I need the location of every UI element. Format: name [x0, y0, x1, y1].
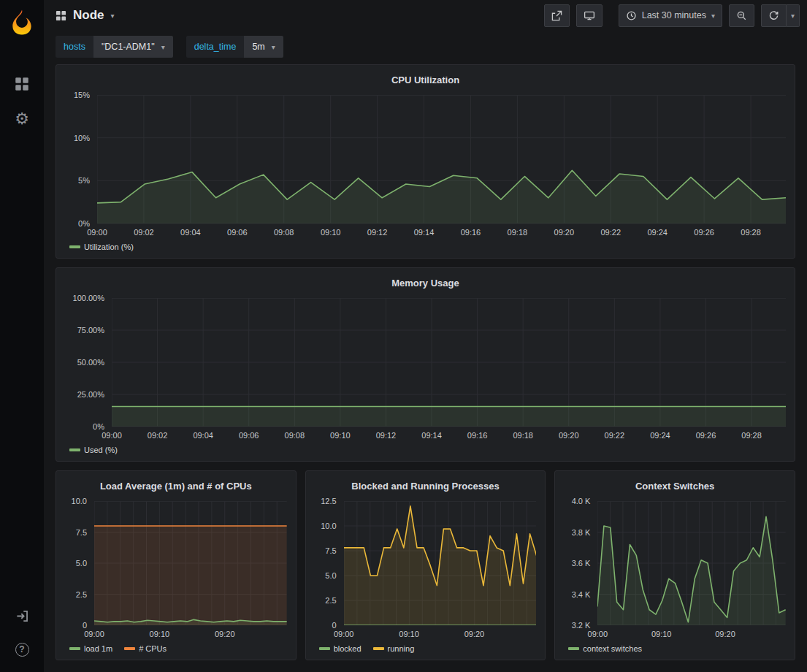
legend-item[interactable]: # CPUs — [124, 644, 167, 653]
panel-title-cpu[interactable]: CPU Utilization — [65, 70, 786, 91]
x-tick-label: 09:02 — [134, 228, 154, 237]
y-tick-label: 0 — [332, 621, 337, 630]
x-tick-label: 09:08 — [274, 228, 294, 237]
x-tick-label: 09:20 — [554, 228, 575, 237]
legend-item[interactable]: Utilization (%) — [69, 243, 134, 251]
legend-swatch — [124, 647, 135, 650]
x-tick-label: 09:12 — [376, 431, 397, 440]
x-tick-label: 09:10 — [399, 630, 419, 638]
legend-item[interactable]: blocked — [319, 644, 362, 653]
y-tick-label: 10.0 — [72, 497, 87, 505]
plot-area[interactable] — [344, 501, 537, 625]
sidebar-item-help[interactable]: ? — [0, 634, 44, 665]
x-tick-label: 09:14 — [421, 431, 442, 440]
share-button[interactable] — [544, 4, 570, 27]
help-icon: ? — [15, 643, 29, 657]
legend-label: Utilization (%) — [84, 243, 134, 251]
time-range-caret-icon: ▾ — [711, 12, 715, 20]
sidebar-item-configuration[interactable]: ⚙ — [0, 104, 44, 134]
x-tick-label: 09:00 — [588, 630, 608, 638]
chart-load-average: 02.55.07.510.0 09:0009:1009:20 load 1m# … — [65, 501, 287, 653]
y-tick-label: 4.0 K — [572, 497, 591, 505]
dashboard-caret-icon[interactable]: ▾ — [111, 12, 115, 20]
x-tick-label: 09:10 — [330, 431, 351, 440]
legend-swatch — [69, 245, 80, 248]
sidebar: ⚙ ? — [0, 0, 44, 672]
y-tick-label: 10.0 — [321, 522, 336, 530]
dashboards-grid-icon — [15, 77, 29, 91]
y-tick-label: 3.8 K — [572, 528, 591, 537]
sidebar-item-dashboards[interactable] — [0, 69, 44, 99]
gear-icon: ⚙ — [15, 111, 29, 127]
variable-delta-time-value[interactable]: 5m ▾ — [244, 36, 283, 58]
panel-load-average: Load Average (1m) and # of CPUs 02.55.07… — [56, 470, 297, 660]
x-tick-label: 09:14 — [414, 228, 435, 237]
sidebar-item-signin[interactable] — [0, 600, 44, 631]
refresh-caret-icon: ▾ — [791, 12, 795, 20]
x-tick-label: 09:20 — [215, 630, 235, 638]
variable-hosts-label: hosts — [56, 36, 93, 58]
dashboard-title[interactable]: Node — [73, 8, 104, 23]
x-tick-label: 09:04 — [193, 431, 213, 440]
template-variables: hosts "DC1-ADM1" ▾ delta_time 5m ▾ — [44, 31, 807, 64]
y-tick-label: 3.2 K — [572, 621, 591, 630]
plot-area[interactable] — [94, 501, 287, 625]
chart-memory-usage: 0%25.00%50.00%75.00%100.00% 09:0009:0209… — [65, 298, 786, 454]
plot-area[interactable] — [97, 95, 786, 224]
tv-mode-button[interactable] — [576, 4, 603, 27]
dashboard-title-group[interactable]: Node ▾ — [56, 8, 115, 23]
x-tick-label: 09:00 — [87, 228, 107, 237]
legend-label: running — [388, 644, 415, 653]
legend-swatch — [69, 647, 80, 650]
legend-item[interactable]: running — [373, 644, 415, 653]
chart-blocked-running: 02.55.07.510.012.5 09:0009:1009:20 block… — [315, 501, 537, 653]
sidebar-menu: ⚙ — [0, 69, 44, 134]
plot-area[interactable] — [112, 298, 786, 427]
dashboard-icon — [56, 10, 66, 21]
x-tick-label: 09:04 — [180, 228, 201, 237]
grafana-flame-icon — [8, 8, 36, 36]
sidebar-bottom: ? — [0, 600, 44, 665]
refresh-button[interactable] — [761, 4, 787, 27]
panel-title-memory[interactable]: Memory Usage — [65, 273, 786, 294]
time-range-button[interactable]: Last 30 minutes ▾ — [619, 4, 722, 27]
navbar-actions: Last 30 minutes ▾ — [544, 4, 800, 27]
dashboard-grid: CPU Utilization 0%5%10%15% 09:0009:0209:… — [44, 64, 807, 672]
x-tick-label: 09:00 — [102, 431, 122, 440]
legend-swatch — [568, 647, 579, 650]
variable-hosts-value[interactable]: "DC1-ADM1" ▾ — [93, 36, 173, 58]
refresh-interval-dropdown[interactable]: ▾ — [787, 4, 800, 27]
x-tick-label: 09:10 — [150, 630, 170, 638]
refresh-button-group: ▾ — [761, 4, 800, 27]
legend-item[interactable]: Used (%) — [69, 446, 118, 454]
x-tick-label: 09:02 — [148, 431, 168, 440]
chart-canvas — [94, 501, 287, 625]
panel-title-context[interactable]: Context Switches — [564, 476, 786, 497]
legend-item[interactable]: load 1m — [69, 644, 112, 653]
x-axis: 09:0009:0209:0409:0609:0809:1009:1209:14… — [112, 427, 786, 441]
x-tick-label: 09:26 — [696, 431, 716, 440]
legend: blockedrunning — [315, 640, 537, 653]
panel-title-load[interactable]: Load Average (1m) and # of CPUs — [65, 476, 287, 497]
legend-label: blocked — [334, 644, 362, 653]
chart-context-switches: 3.2 K3.4 K3.6 K3.8 K4.0 K 09:0009:1009:2… — [564, 501, 786, 653]
legend: load 1m# CPUs — [65, 640, 287, 653]
panel-title-processes[interactable]: Blocked and Running Processes — [315, 476, 537, 497]
x-tick-label: 09:20 — [464, 630, 485, 638]
variable-delta-time-label: delta_time — [186, 36, 245, 58]
zoom-out-button[interactable] — [729, 4, 754, 27]
plot-area[interactable] — [597, 501, 786, 625]
x-tick-label: 09:16 — [467, 431, 488, 440]
x-tick-label: 09:10 — [651, 630, 672, 638]
x-tick-label: 09:10 — [321, 228, 341, 237]
y-tick-label: 100.00% — [73, 294, 104, 302]
variable-delta-time-selected: 5m — [252, 42, 264, 52]
sign-in-icon — [15, 609, 29, 623]
chart-canvas — [344, 501, 537, 625]
legend-swatch — [69, 448, 80, 451]
y-axis: 02.55.07.510.012.5 — [315, 501, 344, 625]
y-tick-label: 7.5 — [325, 546, 336, 555]
variable-hosts-caret-icon: ▾ — [161, 43, 165, 51]
grafana-logo[interactable] — [6, 6, 38, 38]
legend-item[interactable]: context switches — [568, 644, 642, 653]
